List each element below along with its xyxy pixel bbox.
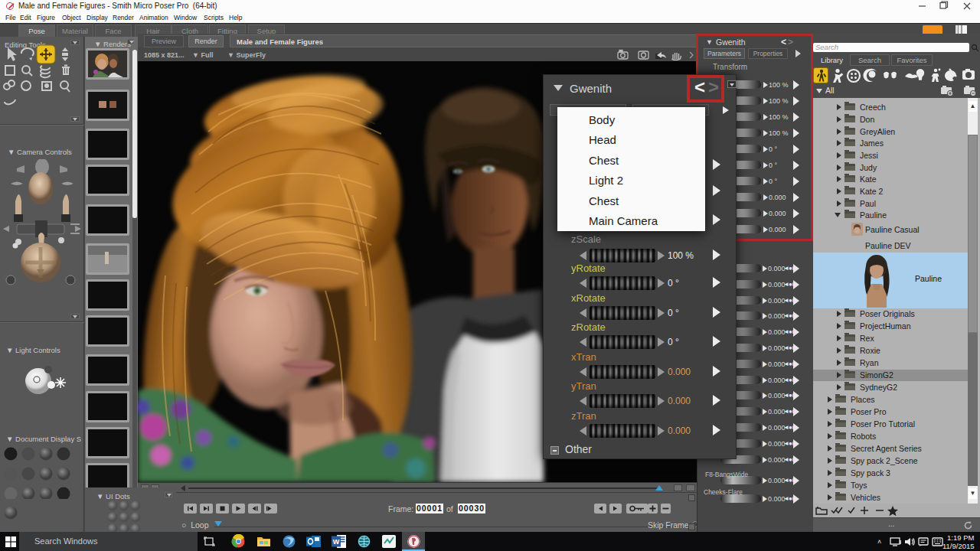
svg-text:W: W — [333, 538, 340, 546]
